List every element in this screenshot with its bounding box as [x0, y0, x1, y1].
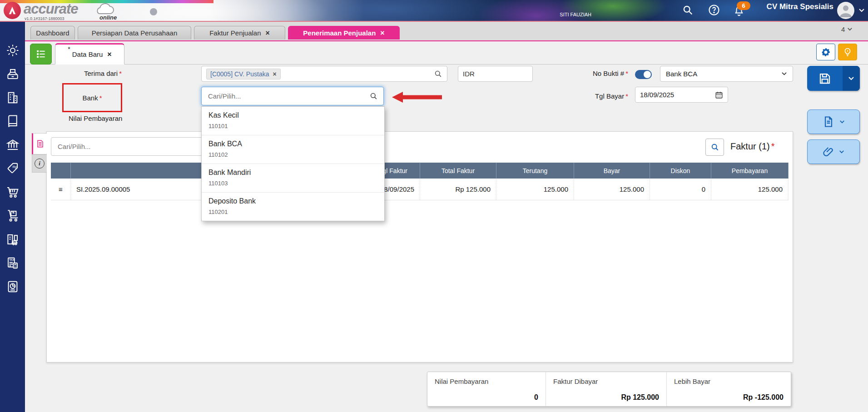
sidebar-item-asset[interactable]: [0, 229, 25, 250]
customer-chip[interactable]: [C0005] CV. Pustaka ×: [206, 69, 281, 79]
panel-tab-detail[interactable]: [32, 133, 47, 154]
bank-option-bank-mandiri[interactable]: Bank Mandiri 110103: [202, 164, 384, 193]
tgl-bayar-field[interactable]: 18/09/2025: [635, 87, 728, 103]
tab-bar: Dashboard Persiapan Data Perusahaan Fakt…: [0, 22, 868, 41]
chip-remove-icon[interactable]: ×: [273, 70, 276, 78]
terima-dari-label: Terima dari*: [62, 69, 122, 77]
subtab-divider: [25, 64, 868, 65]
terima-dari-field[interactable]: [C0005] CV. Pustaka ×: [201, 66, 447, 82]
search-icon: [710, 143, 719, 152]
asset-building-car-icon: [6, 233, 20, 246]
bank-search-input[interactable]: [207, 92, 363, 100]
no-bukti-bank-select[interactable]: Bank BCA: [660, 66, 793, 82]
currency-field[interactable]: IDR: [458, 66, 533, 82]
brand-online-label: online: [99, 14, 117, 21]
sidebar-item-journal[interactable]: [0, 111, 25, 132]
faktur-search-button[interactable]: [705, 139, 724, 156]
sidebar-item-bank[interactable]: [0, 134, 25, 155]
tax-document-icon: TAX: [6, 256, 20, 270]
payment-summary-bar: Nilai Pembayaran 0 Faktur Dibayar Rp 125…: [427, 372, 791, 407]
chevron-down-icon: [839, 150, 844, 154]
tab-overflow-count[interactable]: 4: [841, 25, 853, 33]
svg-text:TAX: TAX: [9, 258, 14, 261]
nav-sidebar: Rp TAX: [0, 22, 25, 412]
drag-handle-icon[interactable]: ≡: [51, 179, 71, 200]
col-header-diskon: Diskon: [650, 163, 711, 179]
subtab-data-baru[interactable]: * Data Baru ×: [55, 43, 124, 65]
settings-button[interactable]: [816, 44, 835, 60]
close-icon[interactable]: ×: [380, 30, 384, 37]
bank-label: Bank*: [82, 94, 102, 102]
sidebar-item-settings[interactable]: [0, 40, 25, 61]
cell-terutang: 125.000: [496, 179, 574, 200]
info-icon: i: [35, 159, 45, 169]
bank-icon: [6, 138, 20, 152]
required-asterisk: *: [771, 141, 775, 151]
cell-bayar[interactable]: 125.000: [574, 179, 650, 200]
tgl-bayar-label: Tgl Bayar*: [588, 92, 628, 100]
attachment-button[interactable]: [807, 139, 860, 164]
lightbulb-icon: [843, 47, 853, 57]
tab-penerimaan-penjualan[interactable]: Penerimaan Penjualan ×: [288, 26, 400, 40]
cell-diskon[interactable]: 0: [650, 179, 711, 200]
faktur-count-label: Faktur (1)*: [730, 141, 774, 152]
bank-search-field[interactable]: [201, 87, 384, 105]
invoice-table-header: Tgl Faktur Total Faktur Terutang Bayar D…: [51, 163, 789, 179]
cell-pembayaran: 125.000: [711, 179, 789, 200]
table-row[interactable]: ≡ SI.2025.09.00005 18/09/2025 Rp 125.000…: [51, 179, 789, 200]
tab-dashboard[interactable]: Dashboard: [30, 26, 75, 40]
chevron-down-icon: [847, 27, 853, 31]
chevron-down-icon: [839, 120, 845, 124]
tab-faktur-penjualan[interactable]: Faktur Penjualan ×: [194, 26, 285, 40]
col-header-terutang: Terutang: [496, 163, 574, 179]
bank-option-deposito-bank[interactable]: Deposito Bank 110201: [202, 193, 384, 221]
nilai-pembayaran-label: Nilai Pembayaran: [69, 114, 122, 122]
col-header-pembayaran: Pembayaran: [711, 163, 789, 179]
tips-button[interactable]: [838, 44, 857, 60]
book-icon: [6, 114, 20, 128]
tab-persiapan-data-perusahaan[interactable]: Persiapan Data Perusahaan: [78, 26, 191, 40]
calendar-icon[interactable]: [715, 91, 723, 99]
summary-lebih-bayar: Lebih Bayar Rp -125.000: [667, 372, 791, 406]
hand-truck-icon: [6, 209, 20, 223]
sidebar-item-tax[interactable]: TAX: [0, 253, 25, 273]
bank-option-kas-kecil[interactable]: Kas Kecil 110101: [202, 107, 384, 135]
price-tag-rp-icon: Rp: [6, 162, 20, 175]
save-options-chevron[interactable]: [843, 66, 860, 91]
bank-option-bank-bca[interactable]: Bank BCA 110102: [202, 135, 384, 164]
brand-wordmark: accurate: [24, 1, 78, 17]
sidebar-item-report[interactable]: [0, 276, 25, 297]
chevron-down-icon: [781, 72, 787, 76]
sidebar-item-sales[interactable]: Rp: [0, 158, 25, 179]
no-bukti-label: No Bukti #*: [575, 69, 628, 77]
app-version: v1.0.1#3167-1880003: [25, 16, 64, 21]
sidebar-item-purchase[interactable]: [0, 182, 25, 203]
panel-tab-info[interactable]: i: [32, 154, 47, 173]
sidebar-item-inventory[interactable]: [0, 205, 25, 226]
record-list-button[interactable]: [30, 44, 52, 65]
sidebar-item-company[interactable]: [0, 87, 25, 108]
summary-faktur-dibayar: Faktur Dibayar Rp 125.000: [546, 372, 667, 406]
svg-text:Rp: Rp: [12, 165, 17, 169]
close-icon[interactable]: ×: [107, 50, 111, 59]
no-bukti-toggle[interactable]: [635, 70, 652, 79]
unsaved-marker: *: [68, 45, 70, 53]
col-header-bayar: Bayar: [574, 163, 650, 179]
required-asterisk: *: [119, 69, 122, 77]
document-actions-button[interactable]: [807, 109, 860, 134]
profile-chevron-down-icon[interactable]: [858, 8, 865, 13]
document-icon: [822, 115, 835, 128]
required-asterisk: *: [625, 69, 628, 77]
cash-register-icon: [6, 67, 20, 81]
save-button[interactable]: [807, 66, 860, 91]
top-header: accurate online v1.0.1#3167-1880003 6 CV…: [0, 0, 868, 21]
avatar[interactable]: [837, 2, 854, 19]
gear-icon: [821, 47, 831, 57]
search-icon[interactable]: [434, 69, 442, 78]
sidebar-item-cash-register[interactable]: [0, 64, 25, 84]
company-name: CV Mitra Spesialis: [538, 2, 833, 11]
bank-label-highlight-box: Bank*: [62, 83, 122, 112]
subtab-label: Data Baru: [72, 50, 103, 58]
cell-total-faktur: Rp 125.000: [420, 179, 496, 200]
close-icon[interactable]: ×: [266, 30, 270, 37]
